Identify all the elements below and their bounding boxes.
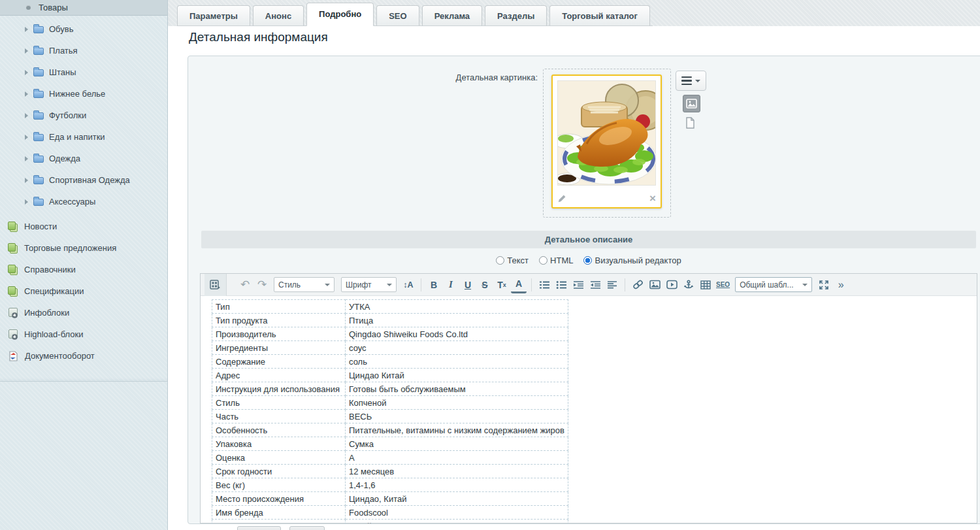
sidebar-item-tovary[interactable]: Товары [0, 0, 167, 16]
property-name-cell[interactable]: Ингредиенты [212, 341, 346, 355]
editor-canvas[interactable]: ТипУТКАТип продуктаПтицаПроизводительQin… [201, 296, 977, 523]
edit-image-pencil-icon[interactable] [557, 194, 566, 203]
property-value-cell[interactable]: Питательные, витамины с низким содержани… [346, 423, 568, 437]
align-left-icon[interactable] [604, 276, 620, 293]
expand-arrow-icon[interactable] [25, 199, 28, 205]
property-value-cell[interactable]: А [346, 451, 568, 465]
property-value-cell[interactable]: Китайская жареная утка [346, 520, 568, 524]
image-menu-button[interactable] [676, 71, 706, 91]
property-name-cell[interactable]: Инструкция для использования [212, 382, 346, 396]
sidebar-section-4[interactable]: Инфоблоки [0, 302, 167, 323]
radio-icon[interactable] [496, 256, 504, 265]
tab-2-active[interactable]: Подробно [306, 3, 374, 26]
text-color-icon[interactable]: A [511, 276, 527, 293]
sidebar-tree-item-3[interactable]: Нижнее белье [0, 83, 167, 105]
font-dropdown[interactable]: Шрифт [341, 277, 397, 292]
underline-icon[interactable]: U [460, 276, 476, 293]
outdent-icon[interactable] [587, 276, 603, 293]
radio-icon[interactable] [539, 256, 547, 265]
style-dropdown[interactable]: Стиль [274, 277, 335, 292]
italic-icon[interactable]: I [443, 276, 459, 293]
sidebar-section-1[interactable]: Торговые предложения [0, 237, 167, 259]
property-value-cell[interactable]: УТКА [346, 300, 568, 314]
expand-arrow-icon[interactable] [25, 178, 28, 183]
ordered-list-icon[interactable] [536, 276, 552, 293]
property-value-cell[interactable]: Qingdao Shiweiku Foods Co.ltd [346, 327, 568, 341]
expand-arrow-icon[interactable] [25, 27, 28, 32]
property-value-cell[interactable]: Птица [346, 314, 568, 327]
seo-icon[interactable]: SEO [715, 276, 731, 293]
property-name-cell[interactable]: Вес (кг) [212, 478, 346, 492]
sidebar-section-6[interactable]: Документооборот [0, 345, 167, 367]
sidebar-tree-item-7[interactable]: Спортивная Одежда [0, 169, 167, 191]
editor-mode-option-1[interactable]: HTML [539, 256, 573, 265]
image-icon[interactable] [647, 276, 662, 293]
bold-icon[interactable]: B [426, 276, 442, 293]
expand-arrow-icon[interactable] [25, 91, 28, 97]
tab-6[interactable]: Торговый каталог [549, 5, 650, 26]
property-name-cell[interactable]: Упаковка [212, 437, 346, 451]
strikethrough-icon[interactable]: S [477, 276, 493, 293]
file-mode-button[interactable] [685, 117, 695, 131]
apply-button[interactable] [289, 526, 325, 530]
expand-arrow-icon[interactable] [25, 48, 28, 54]
link-icon[interactable] [630, 276, 645, 293]
property-name-cell[interactable]: Содержание [212, 355, 346, 369]
expand-arrow-icon[interactable] [25, 156, 28, 161]
sidebar-tree-item-0[interactable]: Обувь [0, 18, 167, 40]
editor-mode-option-2[interactable]: Визуальный редактор [583, 256, 681, 265]
sidebar-section-0[interactable]: Новости [0, 216, 167, 237]
property-value-cell[interactable]: соус [346, 341, 568, 355]
tab-0[interactable]: Параметры [177, 5, 250, 26]
delete-image-icon[interactable]: × [649, 194, 656, 203]
radio-icon[interactable] [583, 256, 592, 265]
property-value-cell[interactable]: Циндао, Китай [346, 492, 568, 506]
property-name-cell[interactable]: Тип продукта [212, 314, 346, 327]
anchor-icon[interactable] [681, 276, 696, 293]
property-name-cell[interactable]: Имя бренда [212, 506, 346, 520]
property-name-cell[interactable]: Часть [212, 410, 346, 423]
clear-format-icon[interactable]: Tx [494, 276, 510, 293]
redo-icon[interactable]: ↷ [254, 276, 270, 293]
components-icon[interactable] [204, 274, 227, 296]
image-drop-zone[interactable]: × [543, 69, 671, 218]
property-name-cell[interactable]: Срок годности [212, 465, 346, 478]
video-icon[interactable] [664, 276, 679, 293]
detail-image-card[interactable]: × [551, 75, 662, 208]
image-mode-button[interactable] [683, 95, 700, 112]
property-name-cell[interactable]: Тип [212, 300, 346, 314]
sidebar-tree-item-4[interactable]: Футболки [0, 105, 167, 126]
more-tools-icon[interactable] [833, 276, 849, 293]
table-icon[interactable] [698, 276, 713, 293]
property-value-cell[interactable]: 1,4-1,6 [346, 478, 568, 492]
tab-4[interactable]: Реклама [422, 5, 482, 26]
sidebar-tree-item-8[interactable]: Аксессуары [0, 191, 167, 212]
property-value-cell[interactable]: Foodscool [346, 506, 568, 520]
property-value-cell[interactable]: Готовы быть обслуживаемым [346, 382, 568, 396]
indent-icon[interactable] [570, 276, 586, 293]
tab-1[interactable]: Анонс [253, 5, 304, 26]
property-name-cell[interactable]: Производитель [212, 327, 346, 341]
property-value-cell[interactable]: соль [346, 355, 568, 369]
fullscreen-icon[interactable] [816, 276, 832, 293]
undo-icon[interactable]: ↶ [237, 276, 253, 293]
property-name-cell[interactable]: Оценка [212, 451, 346, 465]
expand-arrow-icon[interactable] [25, 70, 28, 75]
sidebar-tree-item-5[interactable]: Еда и напитки [0, 126, 167, 148]
sidebar-section-2[interactable]: Справочники [0, 259, 167, 280]
sidebar-tree-item-6[interactable]: Одежда [0, 148, 167, 169]
property-name-cell[interactable]: Адрес [212, 369, 346, 382]
editor-mode-option-0[interactable]: Текст [496, 256, 529, 265]
save-button[interactable] [237, 526, 281, 530]
property-name-cell[interactable]: Наименование товара [212, 520, 346, 524]
property-name-cell[interactable]: Стиль [212, 396, 346, 410]
tab-3[interactable]: SEO [376, 5, 419, 26]
sidebar-tree-item-1[interactable]: Платья [0, 40, 167, 61]
sidebar-tree-item-2[interactable]: Штаны [0, 61, 167, 83]
expand-arrow-icon[interactable] [25, 135, 28, 140]
property-value-cell[interactable]: Копченой [346, 396, 568, 410]
sidebar-section-5[interactable]: Highload-блоки [0, 323, 167, 345]
property-value-cell[interactable]: Сумка [346, 437, 568, 451]
property-name-cell[interactable]: Место происхождения [212, 492, 346, 506]
property-name-cell[interactable]: Особенность [212, 423, 346, 437]
